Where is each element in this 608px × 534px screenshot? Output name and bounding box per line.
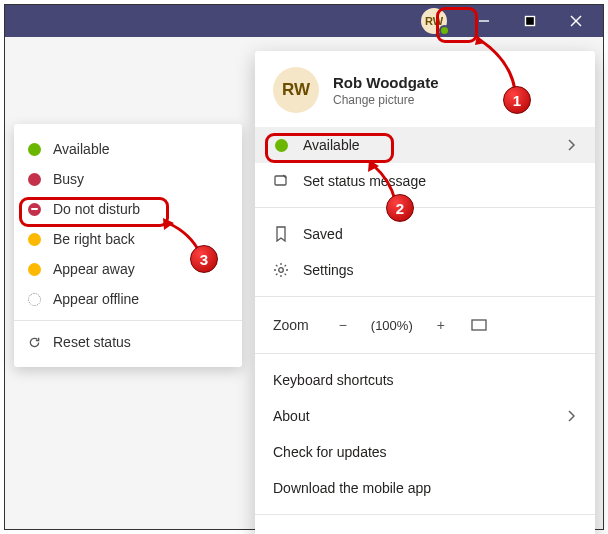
window-minimize-button[interactable] (461, 5, 507, 37)
keyboard-shortcuts-label: Keyboard shortcuts (273, 372, 394, 388)
bookmark-icon (273, 226, 289, 242)
profile-avatar-button[interactable]: RW (419, 6, 449, 36)
status-row-label: Available (303, 137, 360, 153)
presence-available-icon (28, 143, 41, 156)
presence-available-icon (273, 137, 289, 153)
status-option-label: Appear away (53, 261, 135, 277)
download-app-row[interactable]: Download the mobile app (255, 470, 595, 506)
zoom-label: Zoom (273, 317, 309, 333)
set-status-message-row[interactable]: Set status message (255, 163, 595, 199)
about-label: About (273, 408, 310, 424)
gear-icon (273, 262, 289, 278)
maximize-icon (524, 15, 536, 27)
edit-icon (273, 173, 289, 189)
reset-icon (28, 336, 41, 349)
presence-dnd-icon (28, 203, 41, 216)
check-updates-label: Check for updates (273, 444, 387, 460)
check-updates-row[interactable]: Check for updates (255, 434, 595, 470)
minimize-icon (478, 15, 490, 27)
zoom-value: (100%) (367, 318, 417, 333)
status-option-busy[interactable]: Busy (14, 164, 242, 194)
window-maximize-button[interactable] (507, 5, 553, 37)
presence-busy-icon (28, 173, 41, 186)
svg-rect-4 (275, 176, 286, 185)
status-option-offline[interactable]: Appear offline (14, 284, 242, 314)
profile-header: RW Rob Woodgate Change picture (255, 51, 595, 127)
status-option-available[interactable]: Available (14, 134, 242, 164)
status-reset[interactable]: Reset status (14, 327, 242, 357)
fullscreen-button[interactable] (465, 311, 493, 339)
zoom-row: Zoom − (100%) + (255, 305, 595, 345)
status-option-label: Busy (53, 171, 84, 187)
menu-divider (255, 296, 595, 297)
status-option-label: Be right back (53, 231, 135, 247)
status-row[interactable]: Available (255, 127, 595, 163)
titlebar: RW (5, 5, 603, 37)
avatar-large: RW (273, 67, 319, 113)
zoom-out-button[interactable]: − (329, 311, 357, 339)
chevron-right-icon (565, 139, 577, 151)
sign-out-row[interactable]: Sign out (255, 523, 595, 534)
zoom-in-button[interactable]: + (427, 311, 455, 339)
status-option-label: Available (53, 141, 110, 157)
status-option-brb[interactable]: Be right back (14, 224, 242, 254)
presence-away-icon (28, 263, 41, 276)
window-close-button[interactable] (553, 5, 599, 37)
menu-divider (255, 514, 595, 515)
saved-label: Saved (303, 226, 343, 242)
set-status-message-label: Set status message (303, 173, 426, 189)
change-picture-link[interactable]: Change picture (333, 93, 439, 107)
presence-available-icon (439, 25, 450, 36)
app-window: RW RW Rob Woodgate Change picture Availa… (4, 4, 604, 530)
chevron-right-icon (565, 410, 577, 422)
about-row[interactable]: About (255, 398, 595, 434)
keyboard-shortcuts-row[interactable]: Keyboard shortcuts (255, 362, 595, 398)
menu-divider (255, 207, 595, 208)
profile-display-name: Rob Woodgate (333, 74, 439, 91)
presence-brb-icon (28, 233, 41, 246)
menu-divider (14, 320, 242, 321)
fullscreen-icon (471, 319, 487, 331)
status-reset-label: Reset status (53, 334, 131, 350)
download-app-label: Download the mobile app (273, 480, 431, 496)
status-option-away[interactable]: Appear away (14, 254, 242, 284)
presence-offline-icon (28, 293, 41, 306)
svg-point-5 (279, 268, 284, 273)
profile-menu: RW Rob Woodgate Change picture Available… (255, 51, 595, 534)
settings-label: Settings (303, 262, 354, 278)
status-option-label: Do not disturb (53, 201, 140, 217)
svg-rect-1 (526, 17, 535, 26)
status-option-label: Appear offline (53, 291, 139, 307)
close-icon (570, 15, 582, 27)
svg-rect-6 (472, 320, 486, 330)
saved-row[interactable]: Saved (255, 216, 595, 252)
status-option-dnd[interactable]: Do not disturb (14, 194, 242, 224)
status-submenu: Available Busy Do not disturb Be right b… (14, 124, 242, 367)
menu-divider (255, 353, 595, 354)
settings-row[interactable]: Settings (255, 252, 595, 288)
